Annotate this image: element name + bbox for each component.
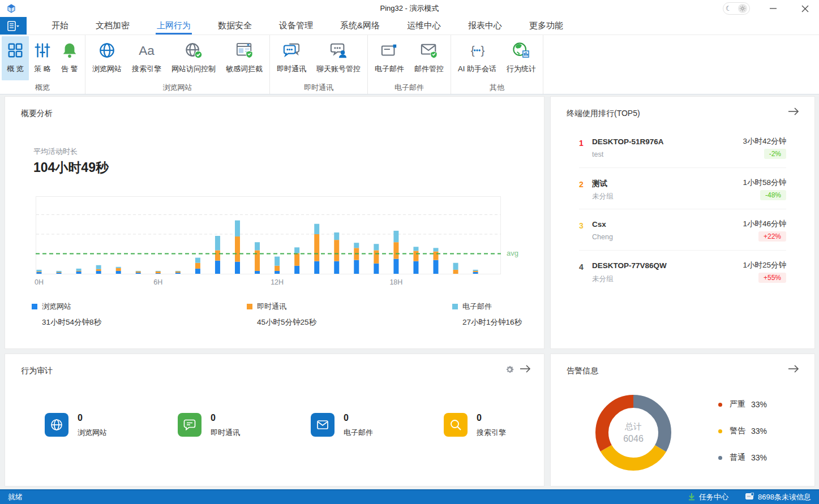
task-center-button[interactable]: 任务中心	[688, 492, 728, 502]
audit-label: 搜索引擎	[477, 428, 506, 438]
audit-count: 0	[78, 413, 83, 423]
audit-count: 0	[477, 413, 482, 423]
arrow-right-icon[interactable]	[519, 364, 531, 376]
alerts-legend: 严重 33% 警告 33% 普通 33%	[718, 399, 767, 479]
trend-badge: -48%	[760, 190, 786, 200]
legend-row-normal: 普通 33%	[718, 453, 767, 463]
message-icon	[745, 493, 754, 502]
top5-row[interactable]: 1 DESKTOP-51R976A test 3小时42分钟 -2%	[579, 133, 786, 168]
top5-row[interactable]: 3 Csx Cheng 1小时46分钟 +22%	[579, 216, 786, 251]
terminal-name: 测试	[592, 179, 607, 189]
web-access-control-icon	[185, 41, 203, 60]
moon-icon: ☾	[726, 5, 732, 12]
overview-panel: 概要分析 平均活动时长 104小时49秒 avg0H6H12H18H 浏览网站 …	[5, 96, 544, 349]
theme-toggle[interactable]: ☾	[723, 2, 750, 15]
usage-time: 1小时25分钟	[743, 260, 786, 270]
ribbon-group-label: 概览	[0, 80, 85, 93]
tab-doc-encryption[interactable]: 文档加密	[82, 17, 143, 35]
ribbon-item-search-engine[interactable]: Aa 搜索引擎	[127, 36, 166, 80]
top5-row[interactable]: 4 DESKTOP-77V86QW 未分组 1小时25分钟 +55%	[579, 257, 786, 298]
ribbon-item-alert[interactable]: 告 警	[56, 36, 83, 80]
arrow-right-icon[interactable]	[787, 107, 800, 118]
top5-row[interactable]: 2 测试 未分组 1小时58分钟 -48%	[579, 174, 786, 209]
legend-row-critical: 严重 33%	[718, 399, 767, 410]
tab-more-features[interactable]: 更多功能	[516, 17, 577, 35]
ribbon-item-behavior-stats[interactable]: 行为统计	[501, 36, 541, 80]
donut-center-text: 总计 6046	[585, 385, 681, 481]
search-icon	[444, 413, 468, 437]
tab-report-center[interactable]: 报表中心	[454, 17, 516, 35]
alerts-panel-title: 告警信息	[567, 366, 598, 376]
browse-website-globe-icon	[98, 41, 115, 60]
avg-activity-label: 平均活动时长	[33, 147, 78, 157]
tab-data-security[interactable]: 数据安全	[204, 17, 265, 35]
ribbon-item-web-access-control[interactable]: 网站访问控制	[166, 36, 221, 80]
ribbon-item-chat-account-control[interactable]: 聊天账号管控	[311, 36, 366, 80]
overview-grid-icon	[7, 41, 24, 60]
usage-time: 3小时42分钟	[743, 136, 786, 147]
audit-stat-search: 0 搜索引擎	[444, 413, 568, 440]
ribbon-group-im: 即时通讯 聊天账号管控 即时通讯	[270, 35, 368, 94]
chat-account-control-icon	[329, 41, 348, 60]
unread-messages-button[interactable]: 8698条未读信息	[745, 492, 811, 502]
arrow-right-icon[interactable]	[787, 364, 800, 376]
rank-number: 4	[579, 262, 584, 272]
svg-text:18H: 18H	[389, 278, 402, 286]
status-ready: 就绪	[8, 492, 23, 502]
audit-stat-browse: 0 浏览网站	[45, 413, 169, 440]
audit-stat-im: 0 即时通讯	[178, 413, 302, 440]
tab-internet-behavior[interactable]: 上网行为	[143, 17, 204, 35]
ribbon-item-sensitive-word-block[interactable]: 敏感词拦截	[221, 36, 268, 80]
audit-stat-email: 0 电子邮件	[311, 413, 435, 440]
audit-count: 0	[344, 413, 349, 423]
tab-ops-center[interactable]: 运维中心	[393, 17, 454, 35]
terminal-group: 未分组	[592, 274, 614, 284]
alerts-panel: 告警信息 总计 6046 严重 33% 警告 33% 普通 33%	[550, 354, 815, 486]
ribbon-group-email: 电子邮件 邮件管控 电子邮件	[368, 35, 451, 94]
tab-device-management[interactable]: 设备管理	[265, 17, 327, 35]
app-menu-button[interactable]	[0, 17, 27, 35]
ribbon-item-im[interactable]: 即时通讯	[272, 36, 311, 80]
svg-text:0H: 0H	[35, 278, 44, 286]
ribbon-item-email[interactable]: 电子邮件	[370, 36, 409, 80]
top5-panel: 终端使用排行(TOP5) 1 DESKTOP-51R976A test 3小时4…	[550, 96, 815, 349]
email-icon	[380, 41, 398, 60]
mail-icon	[311, 413, 335, 437]
ribbon-item-policy[interactable]: 策 略	[29, 36, 56, 80]
alerts-donut-chart: 总计 6046	[585, 385, 681, 481]
ribbon-group-other: {} AI 助手会话 行为统计 其他	[451, 35, 543, 94]
gear-icon[interactable]	[505, 365, 514, 377]
behavior-stats-icon	[512, 41, 530, 60]
trend-badge: +55%	[758, 273, 786, 283]
ribbon-item-overview[interactable]: 概 览	[2, 36, 29, 80]
search-engine-aa-icon: Aa	[137, 41, 156, 60]
tab-start[interactable]: 开始	[38, 17, 82, 35]
top5-panel-title: 终端使用排行(TOP5)	[567, 109, 640, 119]
legend-dot	[718, 429, 722, 433]
policy-sliders-icon	[34, 41, 51, 60]
rank-number: 2	[579, 180, 584, 189]
ribbon-group-label: 浏览网站	[85, 80, 269, 93]
avg-activity-value: 104小时49秒	[33, 159, 109, 176]
ribbon-item-ai-assistant[interactable]: {} AI 助手会话	[453, 36, 501, 80]
legend-swatch	[32, 304, 37, 309]
app-logo-icon	[7, 4, 16, 13]
audit-label: 电子邮件	[344, 428, 373, 438]
statusbar: 就绪 任务中心 8698条未读信息	[0, 489, 819, 504]
download-icon	[688, 493, 696, 502]
rank-number: 3	[579, 221, 584, 230]
ribbon-group-label: 电子邮件	[368, 80, 451, 93]
svg-text:avg: avg	[507, 249, 518, 257]
tab-system-network[interactable]: 系统&网络	[327, 17, 393, 35]
svg-text:}: }	[481, 44, 485, 57]
audit-count: 0	[211, 413, 216, 423]
svg-text:6H: 6H	[153, 278, 162, 286]
legend-swatch	[247, 304, 252, 309]
terminal-name: DESKTOP-51R976A	[592, 137, 664, 146]
ribbon-item-mail-control[interactable]: 邮件管控	[409, 36, 449, 80]
minimize-button[interactable]	[765, 0, 782, 17]
globe-icon	[45, 413, 68, 437]
close-button[interactable]	[796, 0, 813, 17]
ribbon-item-browse-website[interactable]: 浏览网站	[87, 36, 127, 80]
svg-text:12H: 12H	[271, 278, 284, 286]
